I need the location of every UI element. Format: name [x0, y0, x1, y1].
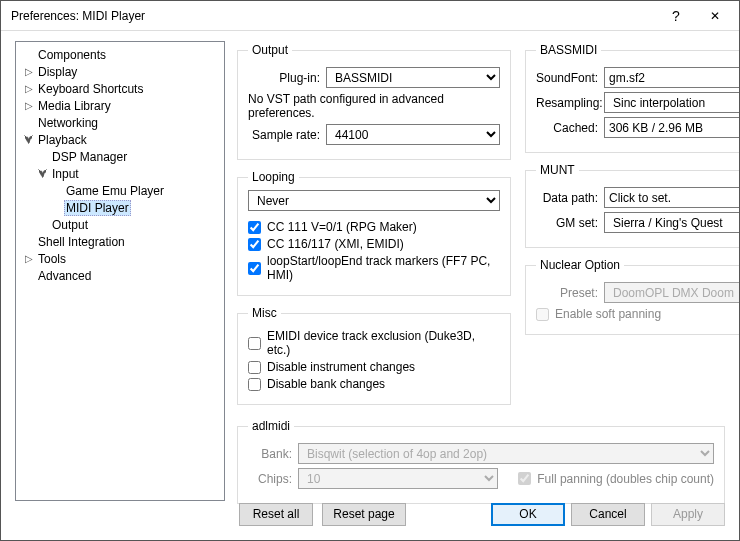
tree-item-output[interactable]: Output — [16, 216, 224, 233]
soundfont-label: SoundFont: — [536, 71, 598, 85]
looping-legend: Looping — [248, 170, 299, 184]
chevron-right-icon[interactable]: ▷ — [22, 253, 36, 264]
softpan-checkbox — [536, 308, 549, 321]
tree-item-display[interactable]: ▷Display — [16, 63, 224, 80]
settings-pane: Output Plug-in: BASSMIDI No VST path con… — [237, 41, 725, 490]
adlmidi-legend: adlmidi — [248, 419, 294, 433]
dbank-check[interactable]: Disable bank changes — [248, 377, 500, 391]
misc-legend: Misc — [248, 306, 281, 320]
reset-page-button[interactable]: Reset page — [322, 503, 405, 526]
tree-item-media[interactable]: ▷Media Library — [16, 97, 224, 114]
cancel-button[interactable]: Cancel — [571, 503, 645, 526]
looping-group: Looping Never CC 111 V=0/1 (RPG Maker) C… — [237, 170, 511, 296]
reset-all-button[interactable]: Reset all — [239, 503, 313, 526]
gmset-select[interactable]: Sierra / King's Quest — [604, 212, 740, 233]
cached-field[interactable] — [604, 117, 740, 138]
output-group: Output Plug-in: BASSMIDI No VST path con… — [237, 43, 511, 160]
content-area: Components ▷Display ▷Keyboard Shortcuts … — [1, 31, 739, 490]
soundfont-field[interactable] — [604, 67, 740, 88]
looping-mode-select[interactable]: Never — [248, 190, 500, 211]
cc111-checkbox[interactable] — [248, 221, 261, 234]
chips-label: Chips: — [248, 472, 292, 486]
cc111-check[interactable]: CC 111 V=0/1 (RPG Maker) — [248, 220, 500, 234]
loopse-check[interactable]: loopStart/loopEnd track markers (FF7 PC,… — [248, 254, 500, 282]
titlebar: Preferences: MIDI Player ? ✕ — [1, 1, 739, 31]
bassmidi-group: BASSMIDI SoundFont: Resampling: Sinc int… — [525, 43, 740, 153]
tree-item-tools[interactable]: ▷Tools — [16, 250, 224, 267]
help-button[interactable]: ? — [659, 2, 693, 30]
tree-item-components[interactable]: Components — [16, 46, 224, 63]
bank-label: Bank: — [248, 447, 292, 461]
dinst-check[interactable]: Disable instrument changes — [248, 360, 500, 374]
chevron-right-icon[interactable]: ▷ — [22, 66, 36, 77]
munt-legend: MUNT — [536, 163, 579, 177]
preferences-tree[interactable]: Components ▷Display ▷Keyboard Shortcuts … — [15, 41, 225, 501]
misc-group: Misc EMIDI device track exclusion (Duke3… — [237, 306, 511, 405]
munt-group: MUNT Data path: GM set: Sierra / King's … — [525, 163, 740, 248]
datapath-label: Data path: — [536, 191, 598, 205]
resampling-label: Resampling: — [536, 96, 598, 110]
chips-select: 10 — [298, 468, 498, 489]
tree-item-keyboard[interactable]: ▷Keyboard Shortcuts — [16, 80, 224, 97]
preset-label: Preset: — [536, 286, 598, 300]
output-legend: Output — [248, 43, 292, 57]
tree-item-midi[interactable]: MIDI Player — [16, 199, 224, 216]
tree-item-dsp[interactable]: DSP Manager — [16, 148, 224, 165]
close-button[interactable]: ✕ — [693, 2, 737, 30]
cached-label: Cached: — [536, 121, 598, 135]
tree-item-networking[interactable]: Networking — [16, 114, 224, 131]
chevron-down-icon[interactable]: ⮟ — [22, 134, 36, 145]
samplerate-select[interactable]: 44100 — [326, 124, 500, 145]
tree-item-advanced[interactable]: Advanced — [16, 267, 224, 284]
chevron-right-icon[interactable]: ▷ — [22, 83, 36, 94]
nuclear-group: Nuclear Option Preset: DoomOPL DMX Doom … — [525, 258, 740, 335]
cc116-check[interactable]: CC 116/117 (XMI, EMIDI) — [248, 237, 500, 251]
bank-select: Bisqwit (selection of 4op and 2op) — [298, 443, 714, 464]
tree-item-gep[interactable]: Game Emu Player — [16, 182, 224, 199]
resampling-select[interactable]: Sinc interpolation — [604, 92, 740, 113]
samplerate-label: Sample rate: — [248, 128, 320, 142]
preset-select: DoomOPL DMX Doom — [604, 282, 740, 303]
fullpan-check: Full panning (doubles chip count) — [518, 472, 714, 486]
dinst-checkbox[interactable] — [248, 361, 261, 374]
tree-item-playback[interactable]: ⮟Playback — [16, 131, 224, 148]
gmset-label: GM set: — [536, 216, 598, 230]
dialog-footer: Reset all Reset page OK Cancel Apply — [1, 492, 739, 540]
tree-item-input[interactable]: ⮟Input — [16, 165, 224, 182]
window-title: Preferences: MIDI Player — [11, 9, 659, 23]
chevron-down-icon[interactable]: ⮟ — [36, 168, 50, 179]
apply-button: Apply — [651, 503, 725, 526]
ok-button[interactable]: OK — [491, 503, 565, 526]
nuclear-legend: Nuclear Option — [536, 258, 624, 272]
tree-item-shell[interactable]: Shell Integration — [16, 233, 224, 250]
chevron-right-icon[interactable]: ▷ — [22, 100, 36, 111]
cc116-checkbox[interactable] — [248, 238, 261, 251]
vst-note: No VST path configured in advanced prefe… — [248, 92, 500, 120]
emidi-check[interactable]: EMIDI device track exclusion (Duke3D, et… — [248, 329, 500, 357]
loopse-checkbox[interactable] — [248, 262, 261, 275]
plugin-label: Plug-in: — [248, 71, 320, 85]
datapath-field[interactable] — [604, 187, 740, 208]
plugin-select[interactable]: BASSMIDI — [326, 67, 500, 88]
softpan-check: Enable soft panning — [536, 307, 740, 321]
dbank-checkbox[interactable] — [248, 378, 261, 391]
fullpan-checkbox — [518, 472, 531, 485]
bassmidi-legend: BASSMIDI — [536, 43, 601, 57]
emidi-checkbox[interactable] — [248, 337, 261, 350]
